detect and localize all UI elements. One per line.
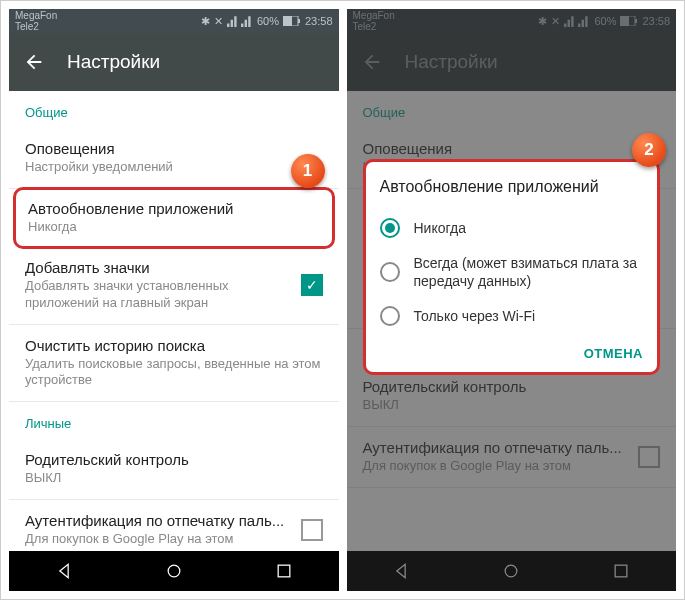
- checkbox-fingerprint[interactable]: [301, 519, 323, 541]
- battery-text: 60%: [257, 15, 279, 27]
- nav-back-icon[interactable]: [54, 561, 74, 581]
- item-sub: Настройки уведомлений: [25, 159, 323, 176]
- carrier-1: MegaFon: [15, 10, 57, 21]
- annotation-badge-1: 1: [291, 154, 325, 188]
- back-icon[interactable]: [23, 51, 45, 73]
- item-fingerprint[interactable]: Аутентификация по отпечатку паль... Для …: [9, 500, 339, 551]
- svg-rect-4: [278, 565, 290, 577]
- time-text: 23:58: [305, 15, 333, 27]
- radio-icon: [380, 262, 400, 282]
- section-personal: Личные: [9, 402, 339, 439]
- radio-icon: [380, 218, 400, 238]
- item-notifications[interactable]: Оповещения Настройки уведомлений: [9, 128, 339, 189]
- cancel-button[interactable]: ОТМЕНА: [584, 346, 643, 361]
- nav-home-icon[interactable]: [164, 561, 184, 581]
- item-parental[interactable]: Родительский контроль ВЫКЛ: [9, 439, 339, 500]
- item-title: Очистить историю поиска: [25, 337, 323, 354]
- phone-right: MegaFon Tele2 ✱ ✕ 60% 23:58 Настройки Об…: [347, 9, 677, 591]
- item-autoupdate[interactable]: Автообновление приложений Никогда: [13, 187, 335, 249]
- autoupdate-dialog: Автообновление приложений Никогда Всегда…: [363, 159, 661, 375]
- item-sub: ВЫКЛ: [25, 470, 323, 487]
- svg-rect-1: [283, 16, 292, 26]
- item-sub: Для покупок в Google Play на этом: [25, 531, 291, 548]
- section-general: Общие: [9, 91, 339, 128]
- item-sub: Никогда: [28, 219, 320, 236]
- radio-option-always[interactable]: Всегда (может взиматься плата за передач…: [380, 246, 644, 298]
- item-sub: Добавлять значки установленных приложени…: [25, 278, 291, 312]
- svg-rect-2: [298, 19, 300, 23]
- item-title: Родительский контроль: [25, 451, 323, 468]
- dialog-title: Автообновление приложений: [380, 178, 644, 196]
- item-title: Автообновление приложений: [28, 200, 320, 217]
- item-addicons[interactable]: Добавлять значки Добавлять значки устано…: [9, 247, 339, 325]
- item-sub: Удалить поисковые запросы, введенные на …: [25, 356, 323, 390]
- vibrate-icon: ✕: [214, 15, 223, 28]
- radio-label: Никогда: [414, 219, 466, 237]
- item-clear-history[interactable]: Очистить историю поиска Удалить поисковы…: [9, 325, 339, 403]
- nav-bar: [9, 551, 339, 591]
- page-title: Настройки: [67, 51, 160, 73]
- battery-icon: [283, 16, 301, 26]
- radio-option-never[interactable]: Никогда: [380, 210, 644, 246]
- app-bar: Настройки: [9, 33, 339, 91]
- radio-label: Только через Wi-Fi: [414, 307, 536, 325]
- radio-label: Всегда (может взиматься плата за передач…: [414, 254, 644, 290]
- item-title: Аутентификация по отпечатку паль...: [25, 512, 291, 529]
- status-bar: MegaFon Tele2 ✱ ✕ 60% 23:58: [9, 9, 339, 33]
- bluetooth-icon: ✱: [201, 15, 210, 28]
- item-title: Оповещения: [25, 140, 323, 157]
- svg-point-3: [168, 565, 180, 577]
- settings-list: Общие Оповещения Настройки уведомлений А…: [9, 91, 339, 551]
- radio-option-wifi[interactable]: Только через Wi-Fi: [380, 298, 644, 334]
- phone-left: MegaFon Tele2 ✱ ✕ 60% 23:58 Настройки Об…: [9, 9, 339, 591]
- nav-recent-icon[interactable]: [274, 561, 294, 581]
- carrier-2: Tele2: [15, 21, 57, 32]
- item-title: Добавлять значки: [25, 259, 291, 276]
- signal-icon: [227, 15, 253, 27]
- annotation-badge-2: 2: [632, 133, 666, 167]
- radio-icon: [380, 306, 400, 326]
- checkbox-addicons[interactable]: ✓: [301, 274, 323, 296]
